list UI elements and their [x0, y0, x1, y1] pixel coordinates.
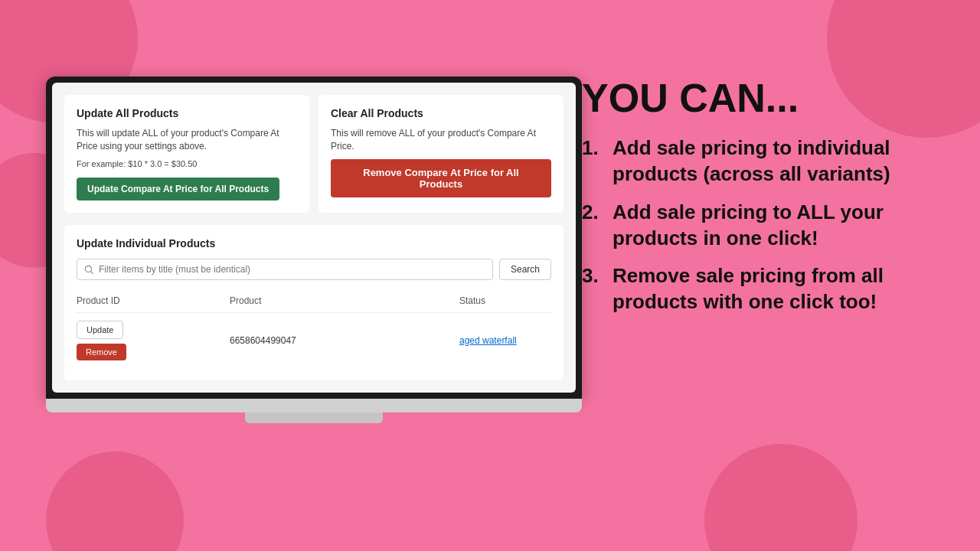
column-header-status: Status — [459, 295, 551, 306]
top-panels-row: Update All Products This will update ALL… — [64, 95, 564, 213]
update-all-example: For example: $10 * 3.0 = $30.50 — [77, 159, 297, 168]
table-row: Update Remove 6658604499047 aged waterfa… — [77, 313, 551, 368]
row-product-id: 6658604499047 — [230, 335, 459, 346]
you-can-title: YOU CAN... — [582, 77, 949, 120]
search-icon — [83, 264, 94, 275]
clear-all-panel: Clear All Products This will remove ALL … — [318, 95, 564, 213]
remove-compare-price-button[interactable]: Remove Compare At Price for All Products — [331, 159, 551, 197]
column-header-product: Product — [230, 295, 459, 306]
row-update-button[interactable]: Update — [77, 321, 123, 339]
feature-text-1: Add sale pricing to individual products … — [612, 135, 949, 187]
search-button[interactable]: Search — [499, 259, 551, 280]
laptop-container: Update All Products This will update ALL… — [46, 77, 582, 423]
feature-item-1: Add sale pricing to individual products … — [582, 135, 949, 187]
feature-text-2: Add sale pricing to ALL your products in… — [612, 200, 949, 252]
feature-item-3: Remove sale pricing from all products wi… — [582, 263, 949, 315]
row-remove-button[interactable]: Remove — [77, 344, 126, 360]
clear-all-title: Clear All Products — [331, 107, 551, 119]
update-all-panel: Update All Products This will update ALL… — [64, 95, 309, 213]
feature-list: Add sale pricing to individual products … — [582, 135, 949, 315]
svg-line-1 — [91, 271, 93, 273]
clear-all-description: This will remove ALL of your product's C… — [331, 127, 551, 153]
decorative-circle-br — [704, 444, 858, 551]
row-product-name: aged waterfall — [459, 335, 551, 346]
search-input[interactable] — [99, 259, 486, 279]
svg-point-0 — [85, 266, 91, 272]
feature-item-2: Add sale pricing to ALL your products in… — [582, 200, 949, 252]
individual-section-title: Update Individual Products — [77, 237, 551, 249]
individual-products-section: Update Individual Products Search Produc… — [64, 225, 564, 380]
feature-text-3: Remove sale pricing from all products wi… — [612, 263, 949, 315]
screen-content: Update All Products This will update ALL… — [52, 83, 576, 393]
laptop-stand — [245, 412, 383, 423]
product-link[interactable]: aged waterfall — [459, 335, 517, 346]
laptop-base — [46, 399, 582, 412]
decorative-circle-bl — [46, 452, 184, 551]
laptop-screen: Update All Products This will update ALL… — [46, 77, 582, 399]
row-actions: Update Remove — [77, 321, 230, 360]
column-header-product-id: Product ID — [77, 295, 230, 306]
search-input-wrapper — [77, 259, 493, 280]
update-all-description: This will update ALL of your product's C… — [77, 127, 297, 153]
update-all-button[interactable]: Update Compare At Price for All Products — [77, 178, 279, 201]
update-all-title: Update All Products — [77, 107, 297, 119]
right-panel: YOU CAN... Add sale pricing to individua… — [582, 77, 949, 328]
search-row: Search — [77, 259, 551, 280]
table-header: Product ID Product Status — [77, 289, 551, 313]
